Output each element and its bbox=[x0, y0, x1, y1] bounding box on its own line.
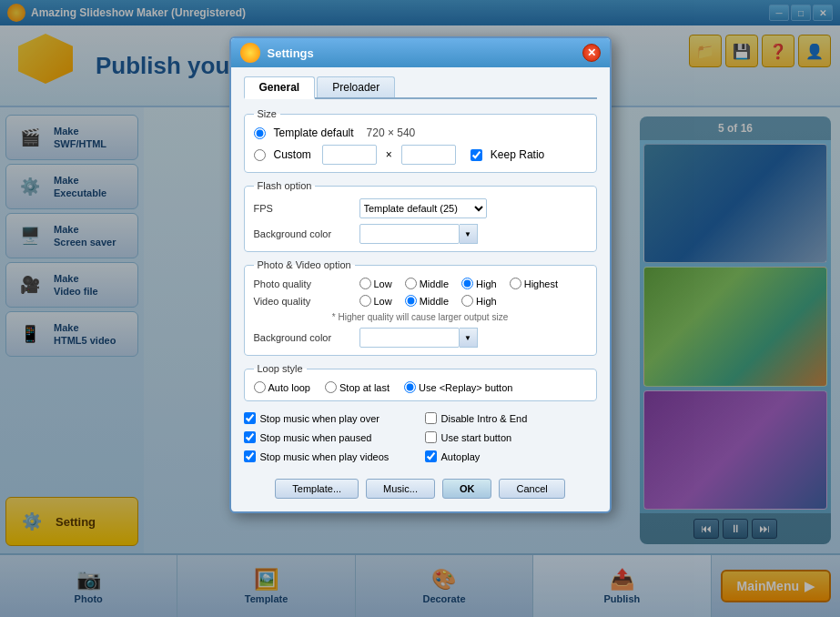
auto-loop-radio[interactable] bbox=[254, 381, 266, 393]
loop-options: Auto loop Stop at last Use <Replay> butt… bbox=[254, 381, 587, 393]
dialog-content: General Preloader Size Template default … bbox=[231, 67, 610, 511]
auto-loop-option: Auto loop bbox=[254, 381, 310, 393]
photo-video-fieldset: Photo & Video option Photo quality Low M… bbox=[244, 259, 597, 356]
dialog-title-icon bbox=[240, 43, 260, 63]
photo-video-legend: Photo & Video option bbox=[254, 259, 355, 270]
template-button[interactable]: Template... bbox=[275, 479, 359, 499]
dialog-overlay: Settings ✕ General Preloader Size Templa… bbox=[0, 0, 840, 617]
photo-middle-radio[interactable] bbox=[405, 278, 417, 289]
stop-music-play-over-checkbox[interactable] bbox=[244, 412, 256, 424]
size-fieldset: Size Template default 720 × 540 Custom 7… bbox=[244, 108, 597, 173]
bg-color-input-flash[interactable] bbox=[359, 224, 460, 244]
loop-legend: Loop style bbox=[254, 363, 307, 374]
video-high-option: High bbox=[461, 295, 497, 307]
template-default-value: 720 × 540 bbox=[367, 126, 416, 139]
stop-at-last-radio[interactable] bbox=[325, 381, 337, 393]
template-default-radio[interactable] bbox=[254, 127, 266, 139]
bg-color-row-video: Background color ▼ bbox=[254, 328, 587, 348]
tab-preloader[interactable]: Preloader bbox=[317, 76, 395, 97]
video-high-radio[interactable] bbox=[461, 295, 473, 307]
stop-music-paused-label: Stop music when paused bbox=[260, 432, 372, 443]
photo-quality-options: Low Middle High Highest bbox=[359, 278, 559, 289]
loop-style-fieldset: Loop style Auto loop Stop at last Use <R… bbox=[244, 363, 597, 401]
flash-option-fieldset: Flash option FPS Template default (25) 1… bbox=[244, 180, 597, 252]
size-legend: Size bbox=[254, 108, 280, 119]
disable-intro-end-checkbox[interactable] bbox=[425, 412, 437, 424]
ok-button[interactable]: OK bbox=[442, 479, 492, 499]
keep-ratio-label: Keep Ratio bbox=[491, 148, 544, 161]
checkboxes-grid: Stop music when play over Disable Intro … bbox=[244, 409, 597, 470]
custom-size-row: Custom 720 × 540 Keep Ratio bbox=[254, 145, 587, 165]
video-middle-option: Middle bbox=[405, 295, 449, 307]
template-default-row: Template default 720 × 540 bbox=[254, 126, 587, 139]
dialog-buttons: Template... Music... OK Cancel bbox=[244, 479, 597, 499]
custom-label: Custom bbox=[274, 148, 311, 161]
photo-quality-label: Photo quality bbox=[254, 278, 354, 289]
autoplay-row: Autoplay bbox=[425, 450, 597, 462]
photo-low-option: Low bbox=[359, 278, 392, 289]
dialog-title: Settings bbox=[268, 46, 314, 60]
fps-select[interactable]: Template default (25) 15 20 25 30 bbox=[359, 198, 487, 218]
stop-music-paused-checkbox[interactable] bbox=[244, 431, 256, 443]
cancel-button[interactable]: Cancel bbox=[499, 479, 564, 499]
use-start-button-label: Use start button bbox=[441, 432, 512, 443]
disable-intro-end-row: Disable Intro & End bbox=[425, 412, 597, 424]
bg-color-label-video: Background color bbox=[254, 332, 354, 343]
video-low-option: Low bbox=[359, 295, 392, 307]
photo-middle-option: Middle bbox=[405, 278, 449, 289]
stop-music-videos-row: Stop music when play videos bbox=[244, 450, 416, 462]
height-input[interactable]: 540 bbox=[401, 145, 456, 165]
music-button[interactable]: Music... bbox=[366, 479, 435, 499]
bg-color-dropdown-video[interactable]: ▼ bbox=[460, 328, 478, 348]
stop-at-last-option: Stop at last bbox=[325, 381, 390, 393]
autoplay-label: Autoplay bbox=[441, 451, 481, 462]
disable-intro-end-label: Disable Intro & End bbox=[441, 413, 528, 424]
photo-highest-radio[interactable] bbox=[510, 278, 521, 289]
stop-music-paused-row: Stop music when paused bbox=[244, 431, 416, 443]
flash-legend: Flash option bbox=[254, 180, 316, 191]
quality-note: * Higher quality will cause larger outpu… bbox=[254, 312, 587, 322]
keep-ratio-checkbox[interactable] bbox=[471, 149, 482, 161]
video-quality-label: Video quality bbox=[254, 296, 354, 307]
dialog-tabs: General Preloader bbox=[244, 76, 597, 99]
dialog-close-button[interactable]: ✕ bbox=[582, 44, 601, 62]
video-quality-row: Video quality Low Middle High bbox=[254, 295, 587, 307]
photo-low-radio[interactable] bbox=[359, 278, 371, 289]
use-start-button-checkbox[interactable] bbox=[425, 431, 437, 443]
autoplay-checkbox[interactable] bbox=[425, 450, 437, 462]
stop-music-play-over-row: Stop music when play over bbox=[244, 412, 416, 424]
bg-color-label-flash: Background color bbox=[254, 228, 354, 239]
bg-color-wrapper-flash: ▼ bbox=[359, 224, 478, 244]
use-replay-option: Use <Replay> button bbox=[404, 381, 512, 393]
video-low-radio[interactable] bbox=[359, 295, 371, 307]
settings-dialog: Settings ✕ General Preloader Size Templa… bbox=[229, 36, 612, 513]
dialog-titlebar: Settings ✕ bbox=[231, 38, 610, 67]
custom-radio[interactable] bbox=[254, 149, 266, 161]
photo-quality-row: Photo quality Low Middle High Highest bbox=[254, 278, 587, 289]
stop-music-videos-label: Stop music when play videos bbox=[260, 451, 390, 462]
photo-high-option: High bbox=[461, 278, 497, 289]
use-replay-radio[interactable] bbox=[404, 381, 416, 393]
video-middle-radio[interactable] bbox=[405, 295, 417, 307]
fps-row: FPS Template default (25) 15 20 25 30 bbox=[254, 198, 587, 218]
stop-music-play-over-label: Stop music when play over bbox=[260, 413, 380, 424]
fps-label: FPS bbox=[254, 203, 354, 214]
photo-high-radio[interactable] bbox=[461, 278, 473, 289]
width-input[interactable]: 720 bbox=[322, 145, 377, 165]
bg-color-input-video[interactable] bbox=[359, 328, 460, 348]
tab-general[interactable]: General bbox=[244, 76, 316, 99]
template-default-label: Template default bbox=[274, 126, 354, 139]
bg-color-dropdown-flash[interactable]: ▼ bbox=[460, 224, 478, 244]
bg-color-wrapper-video: ▼ bbox=[359, 328, 478, 348]
photo-highest-option: Highest bbox=[510, 278, 558, 289]
use-start-button-row: Use start button bbox=[425, 431, 597, 443]
stop-music-videos-checkbox[interactable] bbox=[244, 450, 256, 462]
x-separator: × bbox=[386, 148, 392, 161]
bg-color-row-flash: Background color ▼ bbox=[254, 224, 587, 244]
video-quality-options: Low Middle High bbox=[359, 295, 497, 307]
